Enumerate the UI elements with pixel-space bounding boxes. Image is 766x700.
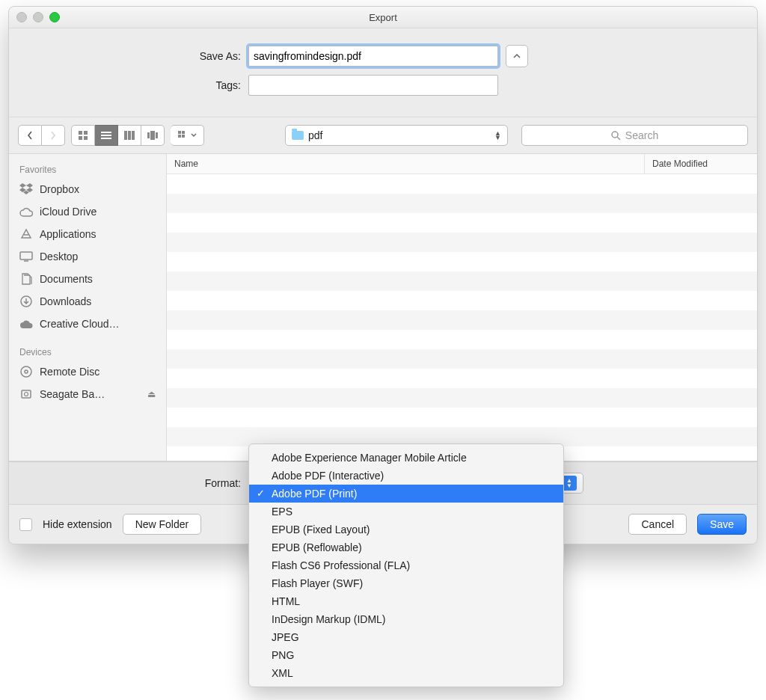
cancel-button[interactable]: Cancel: [628, 514, 687, 535]
collapse-toggle-button[interactable]: [506, 45, 528, 67]
save-as-label: Save As:: [16, 50, 248, 62]
window-title: Export: [9, 12, 757, 23]
svg-rect-2: [79, 136, 82, 140]
columns-icon: [124, 131, 135, 140]
icon-view-button[interactable]: [71, 125, 95, 146]
format-option[interactable]: Flash CS6 Professional (FLA): [249, 556, 563, 574]
svg-rect-1: [84, 131, 88, 135]
arrange-icon: [178, 131, 189, 140]
save-button[interactable]: Save: [697, 514, 747, 535]
updown-icon: ▲▼: [562, 476, 577, 491]
table-row[interactable]: [167, 310, 757, 330]
format-label: Format:: [16, 477, 248, 489]
table-row[interactable]: [167, 369, 757, 388]
table-row[interactable]: [167, 194, 757, 213]
table-row[interactable]: [167, 330, 757, 349]
sidebar-item-applications[interactable]: Applications: [9, 223, 166, 245]
documents-icon: [19, 272, 33, 286]
tags-label: Tags:: [16, 79, 248, 91]
table-row[interactable]: [167, 213, 757, 233]
sidebar-item-label: Desktop: [40, 251, 78, 262]
chevron-left-icon: [27, 131, 33, 140]
save-form: Save As: Tags:: [9, 28, 757, 117]
svg-rect-6: [101, 138, 111, 139]
svg-line-18: [617, 137, 620, 140]
format-option[interactable]: InDesign Markup (IDML): [249, 610, 563, 628]
svg-point-24: [25, 370, 28, 373]
table-row[interactable]: [167, 252, 757, 271]
sidebar-item-icloud[interactable]: iCloud Drive: [9, 200, 166, 223]
format-option[interactable]: Flash Player (SWF): [249, 574, 563, 592]
export-dialog: Export Save As: Tags:: [8, 6, 758, 544]
sidebar-item-dropbox[interactable]: Dropbox: [9, 178, 166, 200]
format-option[interactable]: Adobe Experience Manager Mobile Article: [249, 449, 563, 467]
arrange-menu[interactable]: [171, 125, 204, 146]
svg-rect-20: [20, 252, 32, 260]
format-option[interactable]: EPUB (Fixed Layout): [249, 521, 563, 538]
table-row[interactable]: [167, 271, 757, 291]
downloads-icon: [19, 295, 33, 308]
format-option[interactable]: PNG: [249, 646, 563, 664]
table-row[interactable]: [167, 233, 757, 252]
sidebar-item-label: Dropbox: [40, 183, 79, 195]
format-option[interactable]: XML: [249, 664, 563, 682]
svg-rect-14: [182, 131, 185, 134]
sidebar-item-downloads[interactable]: Downloads: [9, 290, 166, 313]
sidebar: Favorites Dropbox iCloud Drive Applicati…: [9, 154, 167, 461]
drive-icon: [19, 387, 33, 401]
file-pane: Name Date Modified: [167, 154, 757, 461]
check-icon: ✓: [257, 488, 265, 499]
sidebar-item-desktop[interactable]: Desktop: [9, 245, 166, 268]
svg-rect-25: [22, 390, 31, 398]
svg-point-17: [612, 132, 618, 138]
sidebar-item-documents[interactable]: Documents: [9, 268, 166, 290]
dropbox-icon: [19, 182, 33, 196]
forward-button[interactable]: [42, 125, 65, 146]
format-option[interactable]: EPUB (Reflowable): [249, 538, 563, 556]
creative-cloud-icon: [19, 317, 33, 331]
hide-extension-label: Hide extension: [43, 518, 112, 530]
table-row[interactable]: [167, 291, 757, 310]
applications-icon: [19, 227, 33, 241]
sidebar-item-label: Remote Disc: [40, 366, 99, 378]
format-option[interactable]: JPEG: [249, 628, 563, 646]
svg-rect-0: [79, 131, 82, 135]
sidebar-item-label: Creative Cloud…: [40, 318, 120, 330]
hide-extension-checkbox[interactable]: [19, 518, 32, 531]
format-option[interactable]: EPS: [249, 503, 563, 521]
search-field[interactable]: Search: [521, 125, 748, 146]
sidebar-item-label: Applications: [40, 228, 96, 240]
chevron-right-icon: [50, 131, 56, 140]
file-rows: [167, 174, 757, 461]
table-row[interactable]: [167, 349, 757, 369]
column-date-header[interactable]: Date Modified: [645, 154, 757, 174]
save-as-input[interactable]: [248, 46, 498, 67]
sidebar-item-seagate[interactable]: Seagate Ba… ⏏: [9, 383, 166, 405]
table-row[interactable]: [167, 408, 757, 427]
column-view-button[interactable]: [118, 125, 141, 146]
location-popup[interactable]: pdf ▲▼: [285, 125, 508, 146]
svg-rect-7: [124, 131, 127, 140]
table-row[interactable]: [167, 388, 757, 408]
back-button[interactable]: [18, 125, 42, 146]
format-option-selected[interactable]: ✓ Adobe PDF (Print): [249, 485, 563, 503]
coverflow-view-button[interactable]: [141, 125, 165, 146]
format-option[interactable]: HTML: [249, 592, 563, 610]
chevron-up-icon: [513, 54, 521, 59]
sidebar-item-remote-disc[interactable]: Remote Disc: [9, 360, 166, 383]
tags-input[interactable]: [248, 75, 498, 96]
nav-buttons: [18, 125, 65, 146]
grid-icon: [78, 130, 88, 141]
svg-point-26: [25, 393, 28, 396]
list-view-button[interactable]: [95, 125, 118, 146]
desktop-icon: [19, 250, 33, 263]
table-row[interactable]: [167, 174, 757, 194]
format-option[interactable]: Adobe PDF (Interactive): [249, 467, 563, 485]
new-folder-button[interactable]: New Folder: [123, 514, 202, 535]
sidebar-item-creative-cloud[interactable]: Creative Cloud…: [9, 313, 166, 335]
format-dropdown-menu: Adobe Experience Manager Mobile Article …: [248, 443, 564, 687]
eject-icon[interactable]: ⏏: [147, 389, 156, 399]
list-icon: [101, 131, 111, 140]
column-name-header[interactable]: Name: [167, 154, 645, 174]
favorites-header: Favorites: [9, 160, 166, 178]
